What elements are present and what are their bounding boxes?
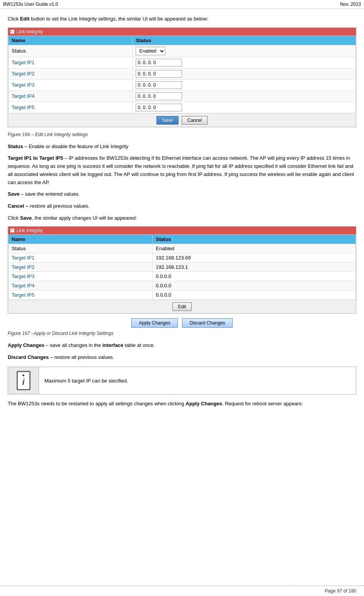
click-save-text: Click Save, the similar apply changes UI… (8, 214, 356, 222)
table-row: Target IP2 (9, 68, 356, 79)
page-info: Page 97 of 180 (325, 588, 356, 594)
doc-title: BW1253s User Guide v1.0 (3, 2, 58, 7)
save-button[interactable]: Save (156, 116, 179, 125)
figure167-btn-row: Edit (8, 300, 356, 313)
col-header-name: Name (9, 36, 133, 45)
note-text: Maximum 5 target IP can be siecified. (39, 367, 134, 394)
discard-bold-label: Discard Changes (8, 354, 49, 360)
apply-discard-row: Apply Changes Discard Changes (8, 318, 356, 328)
discard-desc-text: – restore all previous values. (49, 354, 114, 360)
doc-date: Nov. 2013 (340, 2, 361, 7)
closing-text-before: The BW1253s needs to be restarted to app… (8, 401, 185, 406)
apply-changes-button[interactable]: Apply Changes (131, 318, 177, 328)
table-row: Target IP2 192.168.123.1 (9, 262, 356, 272)
cancel-desc-text: restore all previous values. (28, 203, 89, 209)
status-desc-text: – Enable or disable the feature of Link … (23, 143, 128, 149)
main-content: Click Edit button to set the Link Integr… (0, 9, 364, 418)
cancel-button[interactable]: Cancel (182, 116, 208, 125)
discard-description: Discard Changes – restore all previous v… (8, 354, 356, 362)
minus-icon-2: − (10, 229, 14, 232)
table-row: Target IP1 192.168.123.69 (9, 253, 356, 262)
figure166-btn-row: Save Cancel (8, 113, 356, 127)
row2-value-ip1: 192.168.123.69 (153, 253, 356, 262)
row2-value-ip3: 0.0.0.0 (153, 272, 356, 281)
target-bold-label: Target IP1 to Target IP5 (8, 155, 63, 161)
row2-name-ip4: Target IP4 (9, 281, 153, 290)
figure167-caption: Figure 167 –Apply or Discard Link Integr… (8, 331, 356, 336)
figure167-table-container: − Link Integrity Name Status Status Enab… (8, 226, 356, 314)
info-dot (22, 374, 24, 376)
note-content: Maximum 5 target IP can be siecified. (44, 378, 128, 384)
row2-value-ip4: 0.0.0.0 (153, 281, 356, 290)
info-letter: i (22, 377, 24, 387)
edit-button[interactable]: Edit (172, 302, 192, 311)
target-ip3-input[interactable] (136, 81, 182, 89)
row2-name-ip5: Target IP5 (9, 290, 153, 299)
intro-bold: Edit (20, 16, 30, 22)
table-row: Status Enabled (9, 244, 356, 253)
closing-text-after: . Request for reboot server appears: (222, 401, 303, 406)
click-save-bold: Save (20, 215, 32, 221)
figure166-table-container: − Link Integrity Name Status Status Enab… (8, 27, 356, 127)
target-ip5-input[interactable] (136, 104, 182, 111)
target-ip2-input[interactable] (136, 70, 182, 78)
figure167-title: Link Integrity (17, 228, 43, 233)
figure167-table: Name Status Status Enabled Target IP1 19… (8, 234, 356, 300)
figure166-title-bar: − Link Integrity (8, 28, 356, 36)
row-name-ip5: Target IP5 (9, 102, 133, 113)
table-row: Target IP4 0.0.0.0 (9, 281, 356, 290)
status-select[interactable]: Enabled Disabled (136, 47, 165, 55)
closing-paragraph: The BW1253s needs to be restarted to app… (8, 400, 356, 408)
col2-header-name: Name (9, 234, 153, 244)
target-description: Target IP1 to Target IP5 – IP addresses … (8, 154, 356, 186)
cancel-description: Cancel – restore all previous values. (8, 202, 356, 210)
table-row: Status Enabled Disabled (9, 45, 356, 57)
header-bar: BW1253s User Guide v1.0 Nov. 2013 (0, 0, 364, 9)
table-row: Target IP5 (9, 102, 356, 113)
interface-bold: interface (102, 342, 123, 348)
closing-bold: Apply Changes (185, 401, 222, 406)
click-save-before: Click (8, 215, 20, 221)
row-name-ip4: Target IP4 (9, 91, 133, 102)
cancel-bold-label: Cancel – (8, 203, 28, 209)
row2-value-ip2: 192.168.123.1 (153, 262, 356, 272)
table-row: Target IP4 (9, 91, 356, 102)
note-icon-cell: i (8, 367, 39, 394)
minus-icon: − (10, 30, 14, 34)
row-value-ip5[interactable] (133, 102, 356, 113)
row-value-status[interactable]: Enabled Disabled (133, 45, 356, 57)
apply-description: Apply Changes – save all changes in the … (8, 342, 356, 350)
row-value-ip4[interactable] (133, 91, 356, 102)
apply-bold-label: Apply Changes (8, 342, 44, 348)
footer-bar: Page 97 of 180 (0, 586, 364, 596)
col-header-status: Status (133, 36, 356, 45)
target-ip4-input[interactable] (136, 92, 182, 100)
save-desc-text: – save the entered values. (19, 191, 80, 197)
intro-paragraph: Click Edit button to set the Link Integr… (8, 15, 356, 23)
row-name-ip1: Target IP1 (9, 57, 133, 68)
row-value-ip3[interactable] (133, 79, 356, 91)
row-name-ip3: Target IP3 (9, 79, 133, 91)
row-value-ip1[interactable] (133, 57, 356, 68)
figure166-title: Link Integrity (17, 29, 43, 34)
row-name-status: Status (9, 45, 133, 57)
row2-name-ip2: Target IP2 (9, 262, 153, 272)
apply-desc-text: – save all changes in the (44, 342, 102, 348)
row-value-ip2[interactable] (133, 68, 356, 79)
discard-changes-button[interactable]: Discard Changes (182, 318, 232, 328)
row-name-ip2: Target IP2 (9, 68, 133, 79)
col2-header-status: Status (153, 234, 356, 244)
row2-name-ip1: Target IP1 (9, 253, 153, 262)
intro-text-after: button to set the Link Integrity setting… (29, 16, 208, 22)
save-description: Save – save the entered values. (8, 190, 356, 198)
target-ip1-input[interactable] (136, 59, 182, 67)
click-save-after: , the similar apply changes UI will be a… (32, 215, 137, 221)
table-row: Target IP1 (9, 57, 356, 68)
status-bold-label: Status (8, 143, 23, 149)
apply-desc-text2: table at once. (123, 342, 155, 348)
row2-value-status: Enabled (153, 244, 356, 253)
table-row: Target IP5 0.0.0.0 (9, 290, 356, 299)
figure166-caption: Figure 166 – Edit Link Integrity setting… (8, 132, 356, 137)
intro-text-before: Click (8, 16, 20, 22)
note-box: i Maximum 5 target IP can be siecified. (8, 367, 356, 394)
